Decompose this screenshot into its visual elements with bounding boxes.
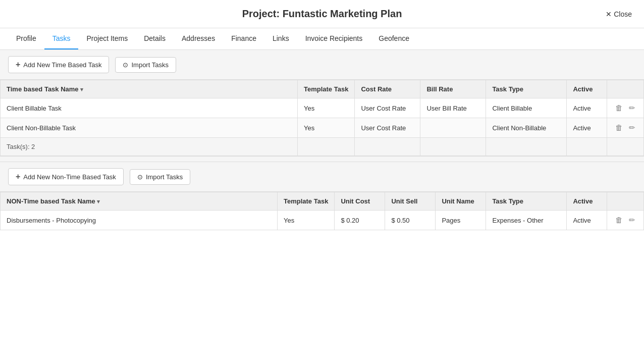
delete-icon[interactable]: 🗑	[613, 216, 625, 224]
non-task-type-cell: Expenses - Other	[486, 211, 567, 230]
plus-icon: +	[16, 60, 20, 69]
tab-profile[interactable]: Profile	[8, 28, 44, 49]
col-non-template-task-header: Template Task	[277, 192, 334, 211]
non-template-task-cell: Yes	[277, 211, 334, 230]
time-based-toolbar: + Add New Time Based Task ⊙ Import Tasks	[0, 50, 644, 80]
tab-links[interactable]: Links	[264, 28, 297, 49]
template-task-cell: Yes	[297, 118, 354, 138]
edit-icon[interactable]: ✏	[627, 123, 637, 132]
tab-details[interactable]: Details	[136, 28, 174, 49]
add-time-based-task-button[interactable]: + Add New Time Based Task	[8, 56, 109, 73]
time-based-table-container: Time based Task Name ▾ Template Task Cos…	[0, 80, 644, 156]
tab-invoice-recipients[interactable]: Invoice Recipients	[297, 28, 371, 49]
tab-project-items[interactable]: Project Items	[78, 28, 136, 49]
col-template-task-header: Template Task	[297, 80, 354, 98]
col-actions-header	[607, 80, 644, 98]
col-cost-rate-header: Cost Rate	[355, 80, 420, 98]
table-row: Client Non-Billable Task Yes User Cost R…	[1, 118, 644, 138]
time-based-footer-row: Task(s): 2	[1, 138, 644, 156]
add-non-time-based-task-button[interactable]: + Add New Non-Time Based Task	[8, 168, 124, 185]
non-time-based-table-container: NON-Time based Task Name ▾ Template Task…	[0, 192, 644, 230]
import-tasks-button-time[interactable]: ⊙ Import Tasks	[115, 57, 176, 73]
tab-tasks[interactable]: Tasks	[44, 28, 79, 49]
cost-rate-cell: User Cost Rate	[355, 98, 420, 118]
col-bill-rate-header: Bill Rate	[420, 80, 486, 98]
active-cell: Active	[567, 98, 607, 118]
tab-addresses[interactable]: Addresses	[174, 28, 223, 49]
actions-cell: 🗑 ✏	[607, 98, 644, 118]
bill-rate-cell	[420, 118, 486, 138]
col-non-active-header: Active	[567, 192, 607, 211]
col-non-task-type-header: Task Type	[486, 192, 567, 211]
non-time-based-table: NON-Time based Task Name ▾ Template Task…	[0, 192, 644, 230]
col-non-actions-header	[607, 192, 644, 211]
col-task-name-header[interactable]: Time based Task Name ▾	[1, 80, 298, 98]
table-row: Client Billable Task Yes User Cost Rate …	[1, 98, 644, 118]
cost-rate-cell: User Cost Rate	[355, 118, 420, 138]
table-row: Disbursements - Photocopying Yes $ 0.20 …	[1, 211, 644, 230]
import-tasks-button-non-time[interactable]: ⊙ Import Tasks	[130, 169, 190, 185]
non-active-cell: Active	[567, 211, 607, 230]
delete-icon[interactable]: 🗑	[613, 104, 625, 112]
modal-header: Project: Funtastic Marketing Plan ✕ Clos…	[0, 0, 644, 28]
section-separator	[0, 156, 644, 162]
tab-bar: Profile Tasks Project Items Details Addr…	[0, 28, 644, 50]
task-name-cell: Client Billable Task	[1, 98, 298, 118]
modal-title: Project: Funtastic Marketing Plan	[242, 8, 402, 20]
bill-rate-cell: User Bill Rate	[420, 98, 486, 118]
col-unit-sell-header: Unit Sell	[385, 192, 436, 211]
sort-icon: ▾	[80, 86, 83, 92]
template-task-cell: Yes	[297, 98, 354, 118]
non-time-based-toolbar: + Add New Non-Time Based Task ⊙ Import T…	[0, 162, 644, 192]
sort-icon: ▾	[97, 198, 100, 204]
close-icon: ✕	[606, 10, 612, 18]
tab-finance[interactable]: Finance	[223, 28, 264, 49]
actions-cell: 🗑 ✏	[607, 118, 644, 138]
plus-icon: +	[16, 172, 20, 181]
active-cell: Active	[567, 118, 607, 138]
non-task-name-cell: Disbursements - Photocopying	[1, 211, 278, 230]
col-task-type-header: Task Type	[486, 80, 567, 98]
col-active-header: Active	[567, 80, 607, 98]
edit-icon[interactable]: ✏	[627, 104, 637, 113]
unit-sell-cell: $ 0.50	[385, 211, 436, 230]
unit-cost-cell: $ 0.20	[335, 211, 385, 230]
task-type-cell: Client Billable	[486, 98, 567, 118]
tab-geofence[interactable]: Geofence	[370, 28, 417, 49]
non-time-based-header-row: NON-Time based Task Name ▾ Template Task…	[1, 192, 644, 211]
unit-name-cell: Pages	[436, 211, 486, 230]
task-type-cell: Client Non-Billable	[486, 118, 567, 138]
non-actions-cell: 🗑 ✏	[607, 211, 644, 230]
col-unit-cost-header: Unit Cost	[335, 192, 385, 211]
edit-icon[interactable]: ✏	[627, 216, 637, 225]
col-unit-name-header: Unit Name	[436, 192, 486, 211]
col-non-task-name-header[interactable]: NON-Time based Task Name ▾	[1, 192, 278, 211]
delete-icon[interactable]: 🗑	[613, 123, 625, 132]
tasks-count: Task(s): 2	[1, 138, 298, 156]
close-button[interactable]: ✕ Close	[606, 10, 632, 18]
task-name-cell: Client Non-Billable Task	[1, 118, 298, 138]
import-icon: ⊙	[137, 173, 143, 181]
time-based-header-row: Time based Task Name ▾ Template Task Cos…	[1, 80, 644, 98]
time-based-table: Time based Task Name ▾ Template Task Cos…	[0, 80, 644, 156]
import-icon: ⊙	[123, 61, 128, 69]
